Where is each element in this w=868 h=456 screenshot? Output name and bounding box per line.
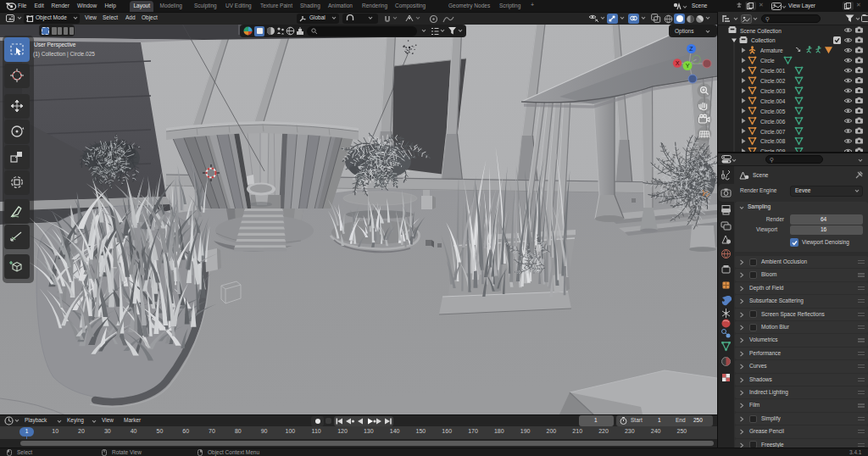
svg-text:Circle.007: Circle.007 [760,129,786,135]
svg-text:Circle.005: Circle.005 [760,108,786,114]
svg-text:X: X [676,60,680,66]
svg-text:Armature: Armature [760,47,783,53]
svg-text:Circle.004: Circle.004 [760,98,786,104]
svg-text:Circle: Circle [760,58,775,64]
svg-text:Y: Y [686,63,690,69]
svg-text:Scene Collection: Scene Collection [740,28,782,34]
svg-text:Collection: Collection [751,37,776,43]
svg-text:Circle.003: Circle.003 [760,88,786,94]
svg-text:Circle.002: Circle.002 [760,78,786,84]
svg-text:Circle.006: Circle.006 [760,119,786,125]
svg-text:Circle.008: Circle.008 [760,138,786,144]
svg-text:Circle.001: Circle.001 [760,68,786,74]
svg-text:Z: Z [689,46,693,52]
